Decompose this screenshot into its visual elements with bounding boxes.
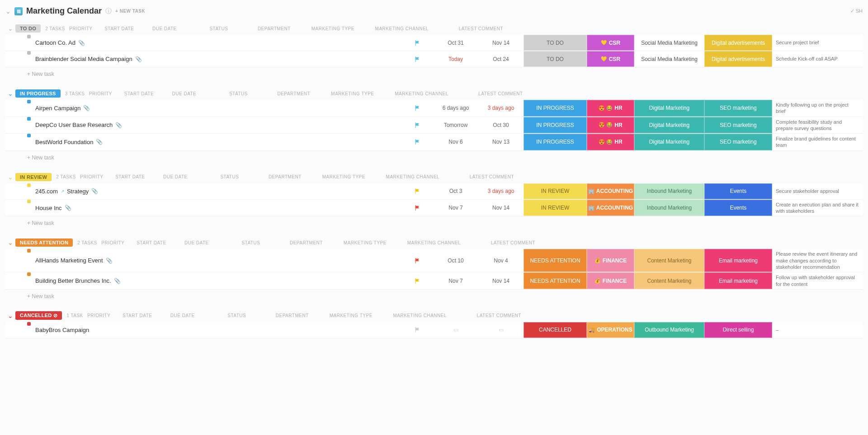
task-title[interactable]: AllHands Marketing Event 📎: [31, 249, 401, 272]
department-cell[interactable]: 💰 FINANCE: [587, 272, 634, 289]
due-date[interactable]: Nov 14: [478, 35, 524, 51]
marketing-channel-cell[interactable]: SEO marketing: [704, 134, 772, 150]
latest-comment-cell[interactable]: –: [772, 322, 863, 338]
start-date[interactable]: Oct 10: [433, 249, 478, 272]
task-row[interactable]: AllHands Marketing Event 📎 Oct 10 Nov 4 …: [5, 249, 863, 272]
priority-flag[interactable]: [401, 35, 433, 51]
col-marketing-type[interactable]: MARKETING TYPE: [298, 26, 368, 31]
group-name-badge[interactable]: TO DO: [15, 24, 41, 33]
status-cell[interactable]: IN REVIEW: [524, 183, 587, 199]
latest-comment-cell[interactable]: Finalize brand guidelines for content te…: [772, 134, 863, 150]
col-marketing-type[interactable]: MARKETING TYPE: [316, 313, 386, 318]
task-row[interactable]: BabyBros Campaign ▭ ▭ CANCELLED 🚚 OPERAT…: [5, 322, 863, 338]
task-row[interactable]: DeepCo User Base Research 📎 Tomorrow Oct…: [5, 117, 863, 134]
attachment-icon[interactable]: 📎: [65, 205, 71, 211]
col-latest-comment[interactable]: LATEST COMMENT: [454, 313, 544, 318]
col-start-date[interactable]: START DATE: [129, 240, 174, 245]
group-name-badge[interactable]: CANCELLED ⊘: [15, 311, 62, 320]
col-status[interactable]: STATUS: [219, 240, 283, 245]
marketing-channel-cell[interactable]: Events: [704, 183, 772, 199]
start-date[interactable]: Tomorrow: [433, 117, 478, 134]
task-row[interactable]: Brainblender Social Media Campaign 📎 Tod…: [5, 51, 863, 67]
col-status[interactable]: STATUS: [207, 91, 270, 96]
task-title[interactable]: 245.com ↗ Strategy 📎: [31, 183, 401, 199]
group-collapse-chevron[interactable]: ⌄: [5, 173, 15, 181]
latest-comment-cell[interactable]: Create an execution plan and share it wi…: [772, 200, 863, 216]
marketing-type-cell[interactable]: Outbound Marketing: [634, 322, 704, 338]
due-date[interactable]: Nov 13: [478, 134, 524, 150]
col-latest-comment[interactable]: LATEST COMMENT: [447, 174, 537, 179]
col-department[interactable]: DEPARTMENT: [283, 240, 330, 245]
due-date[interactable]: Nov 14: [478, 200, 524, 216]
external-link-icon[interactable]: ↗: [61, 189, 64, 194]
col-priority[interactable]: PRIORITY: [83, 313, 115, 318]
col-due-date[interactable]: DUE DATE: [142, 26, 187, 31]
start-date[interactable]: Today: [433, 51, 478, 67]
status-cell[interactable]: IN PROGRESS: [524, 117, 587, 134]
department-cell[interactable]: 🏢 ACCOUNTING: [587, 183, 634, 199]
latest-comment-cell[interactable]: Kindly following up on the project brief: [772, 100, 863, 117]
marketing-type-cell[interactable]: Digital Marketing: [634, 134, 704, 150]
department-cell[interactable]: 😍 😂 HR: [587, 134, 634, 150]
col-start-date[interactable]: START DATE: [108, 174, 153, 179]
new-task-row[interactable]: + New task: [5, 216, 863, 226]
attachment-icon[interactable]: 📎: [83, 105, 90, 111]
marketing-type-cell[interactable]: Inbound Marketing: [634, 200, 704, 216]
attachment-icon[interactable]: 📎: [135, 56, 142, 62]
group-collapse-chevron[interactable]: ⌄: [5, 239, 15, 246]
status-cell[interactable]: TO DO: [524, 51, 587, 67]
collapse-view-chevron[interactable]: ⌄: [5, 8, 11, 15]
task-row[interactable]: Airpen Campaign 📎 6 days ago 3 days ago …: [5, 100, 863, 117]
due-date[interactable]: Oct 24: [478, 51, 524, 67]
status-cell[interactable]: IN PROGRESS: [524, 134, 587, 150]
col-due-date[interactable]: DUE DATE: [160, 313, 205, 318]
task-title[interactable]: Building Better Brunches Inc. 📎: [31, 272, 401, 289]
priority-flag[interactable]: [401, 322, 433, 338]
group-collapse-chevron[interactable]: ⌄: [5, 312, 15, 319]
group-collapse-chevron[interactable]: ⌄: [5, 25, 15, 32]
marketing-channel-cell[interactable]: Digital advertisements: [704, 51, 772, 67]
marketing-channel-cell[interactable]: Digital advertisements: [704, 35, 772, 51]
status-cell[interactable]: TO DO: [524, 35, 587, 51]
col-marketing-channel[interactable]: MARKETING CHANNEL: [400, 240, 468, 245]
new-task-row[interactable]: + New task: [5, 151, 863, 161]
col-marketing-type[interactable]: MARKETING TYPE: [330, 240, 400, 245]
new-task-button[interactable]: + NEW TASK: [115, 9, 145, 14]
marketing-type-cell[interactable]: Social Media Marketing: [634, 51, 704, 67]
marketing-channel-cell[interactable]: SEO marketing: [704, 117, 772, 134]
marketing-type-cell[interactable]: Inbound Marketing: [634, 183, 704, 199]
department-cell[interactable]: 💛 CSR: [587, 51, 634, 67]
col-marketing-channel[interactable]: MARKETING CHANNEL: [379, 174, 447, 179]
marketing-channel-cell[interactable]: Email marketing: [704, 249, 772, 272]
share-button[interactable]: ✓ SH: [850, 8, 863, 14]
col-due-date[interactable]: DUE DATE: [153, 174, 198, 179]
start-date[interactable]: Nov 7: [433, 272, 478, 289]
col-due-date[interactable]: DUE DATE: [161, 91, 207, 96]
priority-flag[interactable]: [401, 117, 433, 134]
status-cell[interactable]: NEEDS ATTENTION: [524, 249, 587, 272]
col-due-date[interactable]: DUE DATE: [174, 240, 219, 245]
task-row[interactable]: BestWorld Foundation 📎 Nov 6 Nov 13 IN P…: [5, 134, 863, 151]
status-cell[interactable]: NEEDS ATTENTION: [524, 272, 587, 289]
col-department[interactable]: DEPARTMENT: [261, 174, 309, 179]
marketing-channel-cell[interactable]: Direct selling: [704, 322, 772, 338]
attachment-icon[interactable]: 📎: [106, 257, 113, 264]
col-status[interactable]: STATUS: [198, 174, 261, 179]
department-cell[interactable]: 💛 CSR: [587, 35, 634, 51]
col-start-date[interactable]: START DATE: [116, 91, 161, 96]
department-cell[interactable]: 🏢 ACCOUNTING: [587, 200, 634, 216]
department-cell[interactable]: 💰 FINANCE: [587, 249, 634, 272]
marketing-type-cell[interactable]: Digital Marketing: [634, 100, 704, 117]
task-title[interactable]: Cartoon Co. Ad 📎: [31, 35, 401, 51]
latest-comment-cell[interactable]: Schedule Kick-off call ASAP: [772, 51, 863, 67]
start-date[interactable]: ▭: [433, 322, 478, 338]
info-icon[interactable]: ⓘ: [105, 7, 112, 15]
priority-flag[interactable]: [401, 183, 433, 199]
col-marketing-channel[interactable]: MARKETING CHANNEL: [386, 313, 454, 318]
priority-flag[interactable]: [401, 200, 433, 216]
new-task-row[interactable]: + New task: [5, 290, 863, 299]
new-task-row[interactable]: + New task: [5, 67, 863, 77]
col-start-date[interactable]: START DATE: [115, 313, 160, 318]
priority-flag[interactable]: [401, 100, 433, 117]
start-date[interactable]: Oct 3: [433, 183, 478, 199]
